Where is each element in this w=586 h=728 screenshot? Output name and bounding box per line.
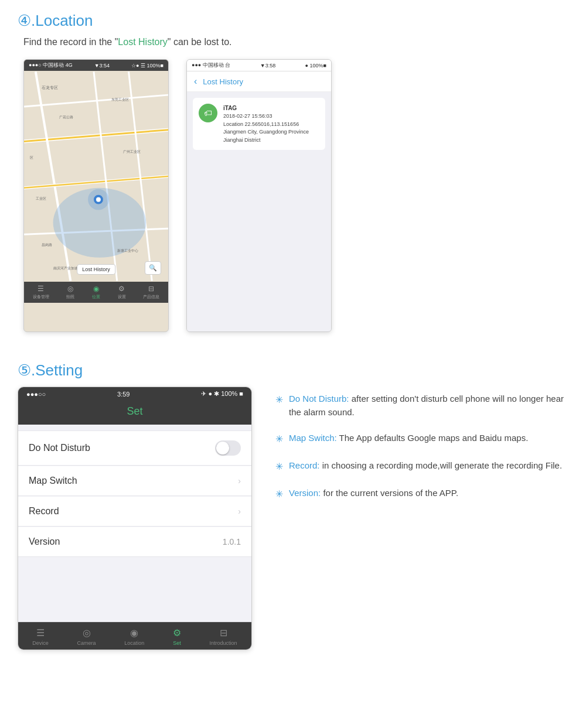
section-location: ④.Location Find the record in the "Lost … xyxy=(18,12,568,332)
desc-map-switch-text: Map Switch: The App defaults Google maps… xyxy=(289,432,528,446)
nav-device[interactable]: ☰ 设备管理 xyxy=(33,285,49,300)
nav-location-text: Location xyxy=(124,640,144,646)
map-switch-label: Map Switch xyxy=(29,476,77,486)
record-location-line: Location 22.565016,113.151656 xyxy=(223,121,319,129)
map-view[interactable]: 石龙专区 广花公路 东莞工业区 区 广州工业区 工业区 昌岗路 新塘工业中心 南… xyxy=(24,71,168,282)
location-icon: ◉ xyxy=(93,285,99,293)
setting-nav-set[interactable]: ⚙ Set xyxy=(173,627,181,646)
lost-history-title: Lost History xyxy=(203,77,243,86)
nav-location[interactable]: ◉ 位置 xyxy=(92,285,100,300)
setting-nav-camera[interactable]: ◎ Camera xyxy=(77,627,96,646)
map-switch-right: › xyxy=(238,476,241,486)
setting-signal: ●●●○○ xyxy=(26,391,46,398)
lost-signal: ●●● 中国移动 台 xyxy=(192,61,230,69)
setting-phone: ●●●○○ 3:59 ✈ ● ✱ 100% ■ Set Do Not Distu… xyxy=(18,387,252,650)
lost-record-card: 🏷 iTAG 2018-02-27 15:56:03 Location 22.5… xyxy=(193,98,325,150)
description-panel: ✳ Do Not Disturb: after setting don't di… xyxy=(275,387,568,514)
itag-icon: 🏷 xyxy=(199,104,217,122)
desc-version-text: Version: for the current versions of the… xyxy=(289,487,458,501)
svg-text:工业区: 工业区 xyxy=(36,197,46,200)
search-button[interactable]: 🔍 xyxy=(145,261,161,275)
section4-title: ④.Location xyxy=(18,12,568,30)
setting-map-switch[interactable]: Map Switch › xyxy=(18,466,251,496)
map-nav-bar: ☰ 设备管理 ◎ 拍照 ◉ 位置 ⚙ 设置 ⊟ 产品信息 xyxy=(24,282,168,303)
section4-subtitle: Find the record in the "Lost History" ca… xyxy=(23,37,568,47)
nav-product[interactable]: ⊟ 产品信息 xyxy=(143,285,159,300)
svg-text:广州工业区: 广州工业区 xyxy=(123,149,141,153)
desc-record-text: Record: in choosing a recording mode,wil… xyxy=(289,459,562,474)
do-not-disturb-toggle[interactable] xyxy=(215,440,241,456)
location-label: Location xyxy=(223,121,243,127)
version-label: Version xyxy=(29,536,60,547)
lost-status-bar: ●●● 中国移动 台 ▼3:58 ● 100%■ xyxy=(187,60,331,71)
svg-text:昌岗路: 昌岗路 xyxy=(42,243,52,247)
subtitle-highlight: Lost History xyxy=(118,37,167,47)
desc-do-not-disturb-text: Do Not Disturb: after setting don't dist… xyxy=(289,392,568,419)
svg-text:区: 区 xyxy=(30,156,33,159)
version-right: 1.0.1 xyxy=(223,537,241,546)
desc-map-switch: ✳ Map Switch: The App defaults Google ma… xyxy=(275,432,568,446)
device-icon: ☰ xyxy=(38,285,44,293)
lost-battery: ● 100%■ xyxy=(305,63,326,69)
star-icon-3: ✳ xyxy=(275,460,283,474)
time-display: ▼3:54 xyxy=(94,63,110,69)
nav-set-icon: ⚙ xyxy=(173,627,181,638)
record-chevron-icon: › xyxy=(238,507,241,516)
nav-settings[interactable]: ⚙ 设置 xyxy=(118,285,126,300)
lost-time: ▼3:58 xyxy=(260,63,275,69)
section5-title: ⑤.Setting xyxy=(18,361,568,380)
setting-record[interactable]: Record › xyxy=(18,497,251,527)
settings-icon: ⚙ xyxy=(118,285,125,293)
setting-time: 3:59 xyxy=(117,391,130,398)
svg-text:广花公路: 广花公路 xyxy=(59,115,73,119)
record-address: Jiangmen City, Guangdong Province Jiangh… xyxy=(223,128,319,144)
do-not-disturb-label: Do Not Disturb xyxy=(29,443,90,453)
svg-text:石龙专区: 石龙专区 xyxy=(42,86,58,90)
section-setting: ⑤.Setting ●●●○○ 3:59 ✈ ● ✱ 100% ■ Set Do… xyxy=(18,361,568,650)
desc-term-1: Do Not Disturb: xyxy=(289,394,349,404)
lost-content-area xyxy=(187,156,331,331)
svg-text:新塘工业中心: 新塘工业中心 xyxy=(117,248,138,252)
star-icon-2: ✳ xyxy=(275,432,283,446)
map-phone: ●●●○ 中国移动 4G ▼3:54 ☆● ☰ 100%■ xyxy=(23,59,169,332)
location-screenshots: ●●●○ 中国移动 4G ▼3:54 ☆● ☰ 100%■ xyxy=(23,59,568,332)
nav-camera-text: Camera xyxy=(77,640,96,646)
product-icon: ⊟ xyxy=(148,285,154,293)
setting-battery: ✈ ● ✱ 100% ■ xyxy=(201,390,243,398)
desc-body-4: for the current versions of the APP. xyxy=(323,488,458,498)
location-coords: 22.565016,113.151656 xyxy=(245,121,299,127)
subtitle-prefix: Find the record in the " xyxy=(23,37,118,47)
record-datetime: 2018-02-27 15:56:03 xyxy=(223,112,319,121)
back-arrow-icon[interactable]: ‹ xyxy=(194,76,197,87)
setting-version: Version 1.0.1 xyxy=(18,527,251,557)
svg-point-14 xyxy=(96,197,101,202)
nav-product-label: 产品信息 xyxy=(143,294,159,300)
setting-nav-intro[interactable]: ⊟ Introduction xyxy=(210,627,237,646)
desc-body-3: in choosing a recording mode,will genera… xyxy=(322,460,562,470)
version-value: 1.0.1 xyxy=(223,537,241,546)
record-info: iTAG 2018-02-27 15:56:03 Location 22.565… xyxy=(223,104,319,144)
setting-nav-location[interactable]: ◉ Location xyxy=(124,627,144,646)
nav-intro-icon: ⊟ xyxy=(220,627,227,638)
camera-icon: ◎ xyxy=(67,285,73,293)
record-name: iTAG xyxy=(223,104,319,112)
setting-nav-device[interactable]: ☰ Device xyxy=(32,627,49,646)
desc-record: ✳ Record: in choosing a recording mode,w… xyxy=(275,459,568,474)
lost-history-button[interactable]: Lost History xyxy=(77,264,115,275)
battery-info: ☆● ☰ 100%■ xyxy=(131,63,163,69)
record-label: Record xyxy=(29,506,59,517)
nav-device-label: 设备管理 xyxy=(33,294,49,300)
setting-empty-area xyxy=(18,563,251,622)
lost-history-header: ‹ Lost History xyxy=(187,71,331,92)
set-title: Set xyxy=(18,405,251,418)
star-icon-4: ✳ xyxy=(275,487,283,501)
svg-text:东莞工业区: 东莞工业区 xyxy=(111,97,129,101)
nav-device-icon: ☰ xyxy=(36,627,45,638)
setting-nav-bar: ☰ Device ◎ Camera ◉ Location ⚙ Set ⊟ I xyxy=(18,622,251,650)
setting-do-not-disturb[interactable]: Do Not Disturb xyxy=(18,430,251,466)
nav-location-label: 位置 xyxy=(92,294,100,300)
signal-info: ●●●○ 中国移动 4G xyxy=(29,61,73,69)
nav-camera[interactable]: ◎ 拍照 xyxy=(66,285,74,300)
desc-body-2: The App defaults Google maps and Baidu m… xyxy=(339,433,529,443)
map-switch-chevron-icon: › xyxy=(238,476,241,486)
